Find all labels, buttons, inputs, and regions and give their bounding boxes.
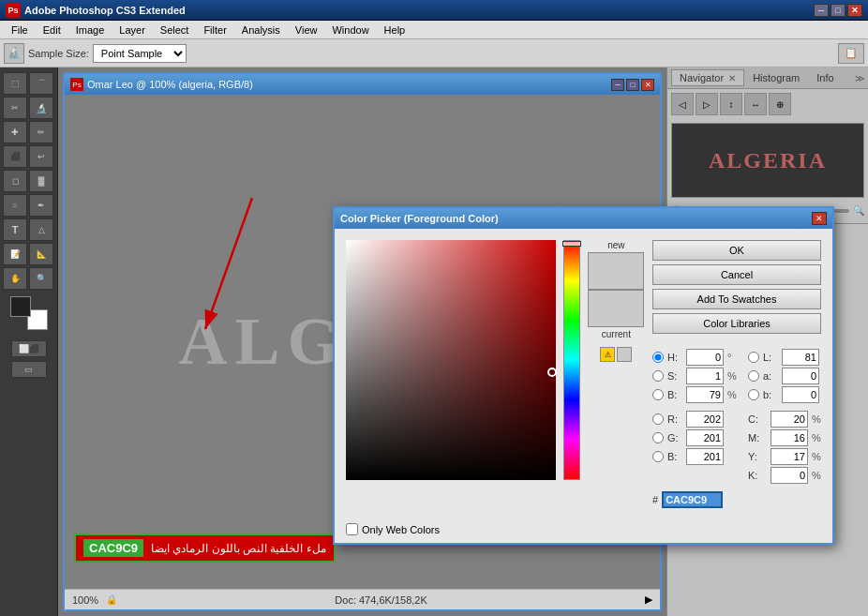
b2-radio[interactable] <box>652 451 664 462</box>
zoom-level: 100% <box>72 594 98 606</box>
h-input[interactable] <box>686 349 724 366</box>
g-radio[interactable] <box>652 432 664 443</box>
tool-history-brush[interactable]: ↩ <box>29 145 53 168</box>
maximize-button[interactable]: □ <box>831 4 846 17</box>
r-radio[interactable] <box>652 413 664 425</box>
tool-dodge[interactable]: ○ <box>3 194 27 217</box>
add-to-swatches-button[interactable]: Add To Swatches <box>652 289 821 309</box>
tool-hand[interactable]: ✋ <box>3 267 27 290</box>
nav-ctrl-3[interactable]: ↕ <box>720 93 742 115</box>
menu-file[interactable]: File <box>4 23 36 38</box>
close-button[interactable]: ✕ <box>847 4 862 17</box>
tool-crop[interactable]: ✂ <box>3 97 27 119</box>
status-icon1[interactable]: 🔒 <box>106 594 117 605</box>
menu-image[interactable]: Image <box>68 23 112 38</box>
ok-button[interactable]: OK <box>652 240 821 261</box>
eyedropper-tool[interactable]: 🔬 <box>4 43 24 64</box>
color-picker-close[interactable]: ✕ <box>812 212 827 225</box>
web-safe-color-box[interactable] <box>617 347 632 362</box>
sample-size-select[interactable]: Point Sample <box>93 44 187 63</box>
nav-ctrl-4[interactable]: ↔ <box>744 93 767 115</box>
menu-select[interactable]: Select <box>153 23 197 38</box>
b-input[interactable] <box>686 386 724 403</box>
tool-heal[interactable]: ✚ <box>3 121 27 143</box>
c-field-row: C: % <box>748 411 825 428</box>
c-label: C: <box>748 413 767 425</box>
b-radio[interactable] <box>652 389 664 400</box>
doc-close[interactable]: ✕ <box>641 79 654 91</box>
tool-eyedropper[interactable]: 🔬 <box>29 97 53 119</box>
zoom-plus-icon[interactable]: 🔍 <box>853 205 864 216</box>
y-unit: % <box>812 451 825 462</box>
l-radio[interactable] <box>748 352 759 363</box>
g-field-row: G: <box>652 429 741 446</box>
tool-stamp[interactable]: ⬛ <box>3 145 27 168</box>
tool-gradient[interactable]: ▓ <box>29 170 53 192</box>
tool-eraser[interactable]: ◻ <box>3 170 27 192</box>
color-field[interactable] <box>346 240 556 480</box>
tool-path[interactable]: △ <box>29 218 53 241</box>
nav-ctrl-1[interactable]: ◁ <box>671 93 694 115</box>
foreground-color[interactable] <box>10 296 31 317</box>
y-input[interactable] <box>771 448 808 465</box>
tool-pen[interactable]: ✒ <box>29 194 53 217</box>
tool-measure[interactable]: 📐 <box>29 243 53 265</box>
menu-layer[interactable]: Layer <box>112 23 153 38</box>
g-input[interactable] <box>686 429 724 446</box>
menu-window[interactable]: Window <box>324 23 376 38</box>
menu-help[interactable]: Help <box>377 23 413 38</box>
tool-notes[interactable]: 📝 <box>3 243 27 265</box>
doc-minimize[interactable]: ─ <box>611 79 624 91</box>
current-color-swatch <box>588 290 644 327</box>
color-libraries-button[interactable]: Color Libraries <box>652 313 821 334</box>
only-web-colors-checkbox[interactable] <box>346 523 358 535</box>
menu-analysis[interactable]: Analysis <box>234 23 288 38</box>
navigator-close[interactable]: ✕ <box>728 73 736 83</box>
s-radio[interactable] <box>652 370 664 382</box>
quick-mask-btn[interactable]: ⬜⬛ <box>11 340 47 357</box>
k-input[interactable] <box>771 467 808 484</box>
web-safe-indicators: ⚠ <box>600 347 632 362</box>
cancel-button[interactable]: Cancel <box>652 264 821 285</box>
c-input[interactable] <box>771 411 808 428</box>
tool-lasso[interactable]: ⌒ <box>29 72 53 95</box>
status-arrow-btn[interactable]: ▶ <box>645 593 652 606</box>
l-label: L: <box>763 352 778 363</box>
fg-bg-color-selector[interactable] <box>10 296 48 330</box>
b3-input[interactable] <box>782 386 819 403</box>
history-btn[interactable]: 📋 <box>838 43 864 64</box>
a-radio[interactable] <box>748 370 759 382</box>
nav-ctrl-5[interactable]: ⊕ <box>769 93 791 115</box>
sample-size-label: Sample Size: <box>28 48 89 59</box>
navigator-preview: ALGERIA <box>671 123 864 198</box>
hex-input[interactable] <box>662 491 723 508</box>
color-picker-buttons: OK Cancel Add To Swatches Color Librarie… <box>652 240 821 334</box>
hue-slider[interactable] <box>563 240 580 480</box>
tab-histogram[interactable]: Histogram <box>744 69 808 86</box>
h-radio[interactable] <box>652 352 664 363</box>
s-field-row: S: % <box>652 368 741 384</box>
menu-edit[interactable]: Edit <box>36 23 68 38</box>
doc-maximize[interactable]: □ <box>626 79 639 91</box>
m-input[interactable] <box>771 429 808 446</box>
tool-marquee[interactable]: ⬚ <box>3 72 27 95</box>
tool-brush[interactable]: ✏ <box>29 121 53 143</box>
a-input[interactable] <box>782 368 819 384</box>
r-input[interactable] <box>686 411 724 428</box>
menu-view[interactable]: View <box>288 23 325 38</box>
nav-ctrl-2[interactable]: ▷ <box>696 93 718 115</box>
screen-mode-btn[interactable]: ▭ <box>11 361 47 378</box>
minimize-button[interactable]: ─ <box>814 4 829 17</box>
l-input[interactable] <box>782 349 819 366</box>
tab-info[interactable]: Info <box>808 69 842 86</box>
b2-input[interactable] <box>686 448 724 465</box>
tool-zoom[interactable]: 🔍 <box>29 267 53 290</box>
menu-filter[interactable]: Filter <box>196 23 233 38</box>
s-input[interactable] <box>686 368 724 384</box>
web-safe-warning-icon[interactable]: ⚠ <box>600 347 615 362</box>
k-unit: % <box>812 470 825 481</box>
b3-radio[interactable] <box>748 389 759 400</box>
panel-expand-btn[interactable]: ≫ <box>855 73 864 83</box>
tab-navigator[interactable]: Navigator ✕ <box>671 69 744 86</box>
tool-type[interactable]: T <box>3 218 27 241</box>
